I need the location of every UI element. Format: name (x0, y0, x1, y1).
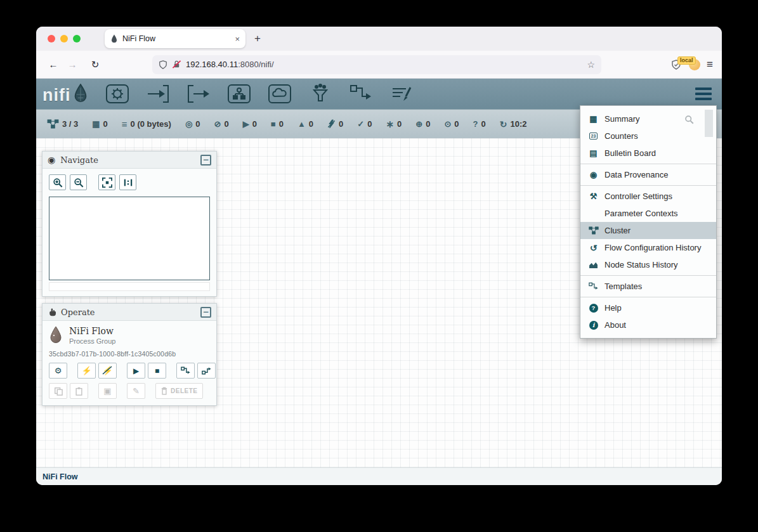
menu-divider (580, 164, 716, 164)
status-disabled: 0 (327, 119, 343, 129)
menu-item-about[interactable]: i About (580, 316, 716, 334)
menu-item-help[interactable]: ? Help (580, 299, 716, 316)
close-window-button[interactable] (48, 35, 55, 42)
menu-item-data-provenance[interactable]: ◉ Data Provenance (580, 166, 716, 183)
new-tab-button[interactable]: + (254, 32, 261, 45)
invalid-count: 0 (309, 119, 313, 129)
url-bar[interactable]: 192.168.40.11:8080/nifi/ ☆ (152, 55, 601, 74)
menu-item-node-status-history[interactable]: Node Status History (580, 256, 716, 273)
browser-tab[interactable]: NiFi Flow × (105, 29, 245, 48)
bookmark-star-icon[interactable]: ☆ (587, 60, 595, 70)
copy-button[interactable] (49, 383, 67, 399)
component-toolbar (105, 83, 414, 105)
browser-nav-bar: ← → ↻ 192.168.40.11:8080/nifi/ ☆ local (36, 51, 722, 79)
zoom-out-button[interactable] (70, 174, 87, 190)
menu-item-label: Data Provenance (604, 170, 668, 179)
label-tool[interactable] (389, 83, 414, 105)
status-up-to-date: ✓ 0 (357, 119, 372, 129)
stop-button[interactable]: ■ (148, 363, 166, 379)
operate-collapse-button[interactable]: − (200, 307, 211, 318)
nifi-favicon (110, 34, 118, 44)
trash-icon (161, 387, 167, 395)
firefox-menu-button[interactable]: ≡ (707, 58, 713, 71)
up-to-date-count: 0 (367, 119, 372, 129)
settings-button[interactable]: ⚙ (49, 363, 67, 379)
create-template-button[interactable] (176, 363, 195, 379)
menu-item-summary[interactable]: ▦ Summary (580, 110, 716, 127)
zoom-window-button[interactable] (73, 35, 81, 42)
transmitting-count: 0 (195, 119, 200, 129)
menu-item-label: Summary (604, 114, 640, 124)
navigate-collapse-button[interactable]: − (200, 155, 211, 165)
queued-count: 0 (0 bytes) (131, 119, 171, 129)
birdseye-strip (49, 282, 210, 291)
output-port-tool[interactable] (186, 83, 211, 105)
status-locally-modified-stale: ⊙ 0 (444, 119, 459, 129)
stale-icon: ⊕ (415, 120, 422, 128)
operate-buttons-row-2: ▣ ✎ DELETE (49, 383, 210, 399)
url-text: 192.168.40.11:8080/nifi/ (186, 60, 274, 69)
process-group-drop-icon (49, 326, 63, 345)
search-icon[interactable] (684, 115, 694, 127)
breadcrumb[interactable]: NiFi Flow (42, 472, 78, 481)
input-port-tool[interactable] (145, 83, 171, 105)
menu-item-bulletin-board[interactable]: ▤ Bulletin Board (580, 145, 716, 162)
menu-item-parameter-contexts[interactable]: Parameter Contexts (580, 205, 716, 222)
back-button[interactable]: ← (44, 56, 63, 74)
invalid-icon: ▲ (297, 120, 306, 128)
help-icon-glyph: ? (589, 304, 598, 313)
processor-tool[interactable] (105, 83, 130, 105)
component-id: 35cbd3b7-017b-1000-8bff-1c3405c00d6b (49, 350, 210, 358)
menu-item-label: Bulletin Board (604, 148, 656, 158)
tab-close-icon[interactable]: × (235, 34, 240, 44)
refresh-icon[interactable]: ↻ (500, 120, 507, 129)
zoom-in-button[interactable] (49, 174, 66, 190)
reload-button[interactable]: ↻ (86, 56, 105, 74)
remote-process-group-tool[interactable] (267, 83, 292, 105)
queued-icon: ≡ (122, 119, 127, 129)
minimize-window-button[interactable] (60, 35, 68, 42)
nifi-global-menu-button[interactable] (695, 88, 712, 100)
status-refresh: ↻ 10:2 (500, 119, 527, 129)
profile-avatar[interactable]: local (688, 58, 700, 71)
upload-template-button[interactable] (197, 363, 216, 379)
zoom-fit-button[interactable] (98, 174, 115, 190)
up-to-date-icon: ✓ (357, 120, 364, 128)
menu-item-label: About (604, 320, 626, 330)
counters-icon-text: 23 (589, 133, 598, 139)
menu-item-controller-settings[interactable]: ⚒ Controller Settings (580, 188, 716, 205)
menu-item-flow-configuration-history[interactable]: ↺ Flow Configuration History (580, 239, 716, 256)
delete-button[interactable]: DELETE (155, 383, 203, 399)
operate-panel: Operate − NiFi Flow (42, 303, 217, 406)
tracking-shield-icon[interactable] (159, 60, 167, 69)
tab-title: NiFi Flow (122, 34, 230, 43)
menu-item-counters[interactable]: 23 Counters (580, 127, 716, 145)
status-queued: ≡ 0 (0 bytes) (122, 119, 171, 129)
birdseye-minimap[interactable] (49, 197, 210, 280)
disable-button[interactable]: ⚡ (98, 363, 117, 379)
status-stale: ⊕ 0 (415, 119, 430, 129)
enable-button[interactable]: ⚡ (77, 363, 96, 379)
paste-button[interactable] (70, 383, 88, 399)
running-count: 0 (252, 119, 257, 129)
menu-item-templates[interactable]: Templates (580, 278, 716, 295)
locally-modified-stale-icon: ⊙ (444, 120, 451, 128)
brush-button[interactable]: ✎ (127, 383, 145, 399)
process-group-tool[interactable] (226, 83, 252, 105)
funnel-tool[interactable] (308, 83, 333, 105)
search-field-strip (705, 110, 713, 137)
stopped-icon: ■ (271, 120, 276, 128)
insecure-lock-icon[interactable] (172, 60, 181, 69)
template-tool[interactable] (348, 83, 374, 105)
fill-color-button[interactable]: ▣ (98, 383, 117, 399)
operate-panel-header: Operate − (42, 304, 216, 321)
forward-button: → (63, 56, 82, 74)
status-invalid: ▲ 0 (297, 119, 313, 129)
menu-item-cluster[interactable]: Cluster (580, 222, 716, 239)
zoom-actual-size-button[interactable] (119, 174, 136, 190)
operate-buttons-row-1: ⚙ ⚡ ⚡ ▶ ■ (49, 363, 210, 379)
start-button[interactable]: ▶ (127, 363, 145, 379)
operate-component-header: NiFi Flow Process Group (49, 326, 210, 345)
threads-icon: ▦ (92, 120, 100, 128)
url-host: 192.168.40.11 (186, 60, 238, 69)
